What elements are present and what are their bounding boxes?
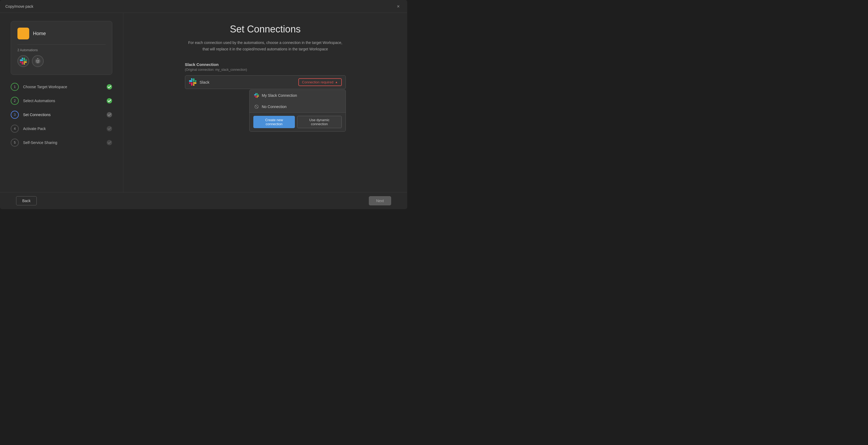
dropdown-container: Slack Connection required ▲: [185, 75, 346, 89]
step-circle-2: 2: [11, 97, 19, 105]
step-item-4: 4 Activate Pack: [11, 125, 112, 133]
step-circle-4: 4: [11, 125, 19, 133]
right-panel: Set Connections For each connection used…: [123, 13, 407, 192]
svg-point-1: [36, 60, 37, 61]
step-circle-1: 1: [11, 83, 19, 91]
step-label-3: Set Connections: [23, 113, 102, 117]
pack-divider: [18, 44, 105, 44]
dropdown-item-my-slack[interactable]: My Slack Connection: [250, 90, 345, 101]
check-icon-2: [106, 98, 112, 104]
back-button[interactable]: Back: [16, 196, 37, 205]
pack-card: Home 2 Automations: [11, 21, 112, 75]
dropdown-footer: Create new connection Use dynamic connec…: [250, 112, 345, 131]
svg-point-9: [107, 140, 112, 145]
connection-block: Slack Connection (Original connection: m…: [185, 62, 346, 89]
modal: Copy/move pack × Home 2 Automations: [0, 0, 407, 209]
chevron-up-icon: ▲: [335, 81, 338, 84]
step-item-2: 2 Select Automations: [11, 97, 112, 105]
next-button[interactable]: Next: [369, 196, 391, 205]
slack-brand-icon: [189, 78, 196, 86]
section-desc: For each connection used by the automati…: [188, 40, 342, 53]
service-name-label: Slack: [200, 80, 298, 85]
step-item-3: 3 Set Connections: [11, 111, 112, 119]
use-dynamic-connection-button[interactable]: Use dynamic connection: [297, 116, 342, 128]
step-label-2: Select Automations: [23, 99, 102, 103]
check-icon-3: [106, 112, 112, 118]
pack-name: Home: [33, 31, 46, 36]
slack-svg: [20, 58, 27, 65]
section-title: Set Connections: [230, 24, 301, 35]
steps-list: 1 Choose Target Workspace 2 Select Autom…: [11, 83, 112, 147]
modal-footer: Back Next: [0, 192, 407, 209]
connection-sublabel: (Original connection: my_slack_connectio…: [185, 68, 346, 71]
step-circle-3: 3: [11, 111, 19, 119]
create-new-connection-button[interactable]: Create new connection: [253, 116, 295, 128]
connection-dropdown-popup: My Slack Connection No Co: [249, 90, 346, 132]
svg-point-8: [107, 126, 112, 131]
check-icon-5: [106, 140, 112, 146]
my-slack-connection-label: My Slack Connection: [262, 93, 297, 98]
modal-body: Home 2 Automations: [0, 13, 407, 192]
pack-card-header: Home: [18, 28, 105, 39]
step-label-5: Self-Service Sharing: [23, 140, 102, 145]
modal-title: Copy/move pack: [5, 4, 33, 8]
svg-point-5: [107, 84, 112, 90]
folder-icon: [20, 30, 27, 37]
step-label-1: Choose Target Workspace: [23, 85, 102, 89]
step-item-5: 5 Self-Service Sharing: [11, 138, 112, 147]
check-icon-4: [106, 126, 112, 132]
svg-point-2: [38, 60, 39, 61]
step-label-4: Activate Pack: [23, 127, 102, 131]
svg-point-7: [107, 112, 112, 118]
modal-header: Copy/move pack ×: [0, 0, 407, 13]
bot-svg: [35, 58, 41, 64]
pack-icon: [18, 28, 29, 39]
connection-required-button[interactable]: Connection required ▲: [298, 78, 342, 86]
no-connection-label: No Connection: [262, 104, 287, 109]
slack-automation-icon: [18, 55, 29, 67]
step-item-1: 1 Choose Target Workspace: [11, 83, 112, 91]
slack-mini-icon: [254, 93, 259, 98]
svg-point-6: [107, 98, 112, 103]
svg-line-11: [255, 105, 258, 108]
automation-icons: [18, 55, 105, 67]
no-connection-icon: [254, 104, 259, 109]
step-circle-5: 5: [11, 138, 19, 147]
dropdown-item-no-connection[interactable]: No Connection: [250, 101, 345, 112]
close-button[interactable]: ×: [395, 3, 402, 10]
svg-point-4: [37, 58, 38, 59]
right-panel-content: Set Connections For each connection used…: [140, 24, 391, 187]
automations-label: 2 Automations: [18, 48, 105, 52]
check-icon-1: [106, 84, 112, 90]
bot-automation-icon: [32, 55, 44, 67]
left-panel: Home 2 Automations: [0, 13, 123, 192]
connection-dropdown-row[interactable]: Slack Connection required ▲: [185, 75, 346, 89]
connection-label: Slack Connection: [185, 62, 346, 67]
